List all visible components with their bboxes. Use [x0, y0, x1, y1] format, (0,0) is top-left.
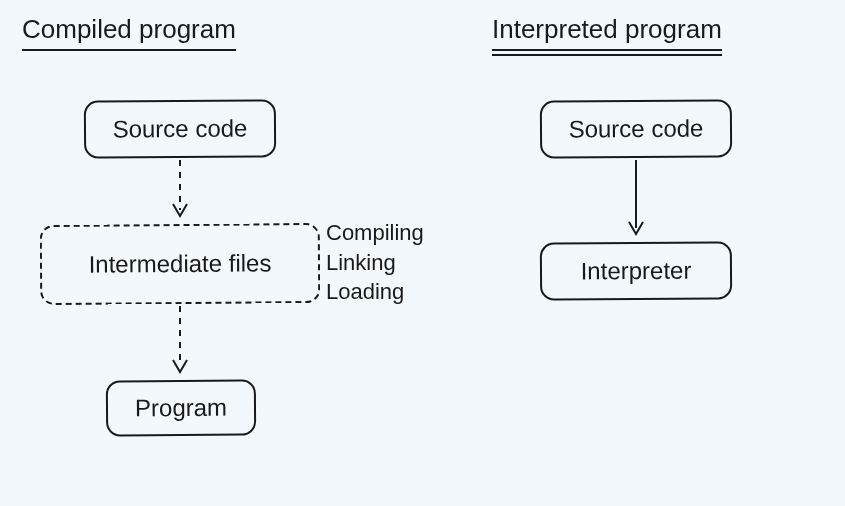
node-compiled-program: Program [106, 379, 256, 436]
title-interpreted-text: Interpreted program [492, 14, 722, 44]
annotation-linking: Linking [326, 248, 424, 278]
annotation-loading: Loading [326, 277, 424, 307]
title-compiled-underline [22, 49, 236, 51]
title-interpreted-underline-2 [492, 54, 722, 56]
diagram-canvas: Compiled program Source code Intermediat… [0, 0, 845, 506]
node-interpreted-interpreter: Interpreter [540, 241, 732, 300]
title-compiled: Compiled program [22, 14, 236, 51]
arrow-compiled-2 [170, 304, 190, 380]
annotations-intermediate: Compiling Linking Loading [326, 218, 424, 307]
node-compiled-program-label: Program [135, 394, 227, 423]
node-compiled-source-label: Source code [113, 115, 248, 144]
node-compiled-intermediate-label: Intermediate files [89, 249, 272, 278]
title-interpreted-underline-1 [492, 49, 722, 51]
node-interpreted-interpreter-label: Interpreter [581, 257, 692, 286]
node-interpreted-source: Source code [540, 99, 732, 158]
node-compiled-source: Source code [84, 99, 276, 158]
arrow-interpreted [626, 158, 646, 242]
node-interpreted-source-label: Source code [569, 115, 704, 144]
node-compiled-intermediate: Intermediate files [40, 223, 321, 305]
title-compiled-text: Compiled program [22, 14, 236, 44]
arrow-compiled-1 [170, 158, 190, 224]
title-interpreted: Interpreted program [492, 14, 722, 56]
annotation-compiling: Compiling [326, 218, 424, 248]
